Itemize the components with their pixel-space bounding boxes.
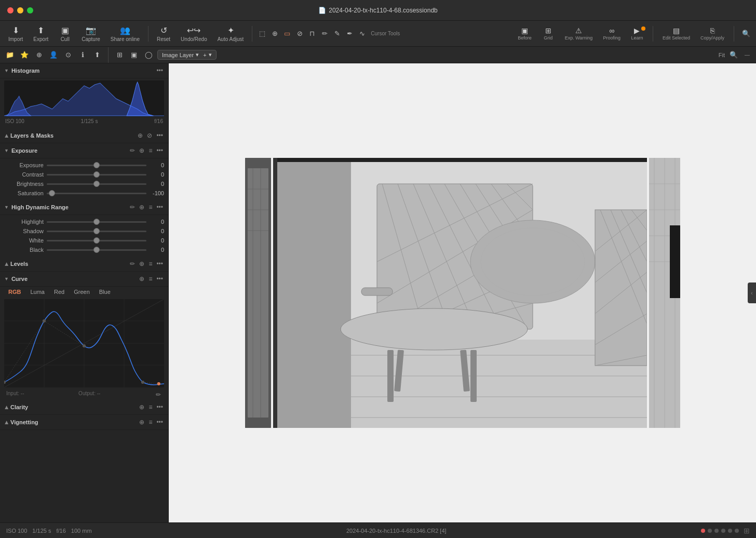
capture-button[interactable]: 📷 Capture bbox=[77, 23, 104, 44]
minimize-button[interactable] bbox=[17, 7, 23, 14]
saturation-slider[interactable] bbox=[47, 193, 146, 194]
right-panel-collapse[interactable]: ‹ bbox=[748, 283, 756, 303]
brightness-slider[interactable] bbox=[47, 183, 146, 185]
exposure-more[interactable]: ••• bbox=[155, 146, 164, 155]
vignetting-action-2[interactable]: ≡ bbox=[147, 418, 153, 426]
share-online-button[interactable]: 👥 Share online bbox=[106, 23, 144, 44]
levels-action-2[interactable]: ⊕ bbox=[138, 260, 145, 268]
highlight-slider[interactable] bbox=[47, 221, 146, 223]
curve-edit-icon[interactable]: ✏ bbox=[155, 391, 162, 399]
curve-tab-luma[interactable]: Luma bbox=[26, 288, 49, 296]
exposure-slider[interactable] bbox=[47, 165, 146, 166]
auto-adjust-button[interactable]: ✦ Auto Adjust bbox=[213, 23, 248, 44]
curve-tab-blue[interactable]: Blue bbox=[95, 288, 115, 296]
fit-zoom-icon[interactable]: 🔍 bbox=[728, 49, 739, 61]
grid-button[interactable]: ⊞ Grid bbox=[539, 25, 558, 42]
zoom-level[interactable]: — bbox=[743, 49, 752, 61]
clarity-more[interactable]: ••• bbox=[155, 403, 164, 411]
cursor-tool-5[interactable]: ⊓ bbox=[306, 28, 318, 39]
tag-icon[interactable]: ⊙ bbox=[62, 49, 74, 61]
cursor-tool-1[interactable]: ⬚ bbox=[256, 28, 268, 39]
cursor-tool-2[interactable]: ⊕ bbox=[269, 28, 280, 39]
black-value: 0 bbox=[150, 247, 164, 253]
curve-canvas[interactable] bbox=[4, 299, 164, 387]
clarity-action-1[interactable]: ⊕ bbox=[138, 403, 145, 411]
dropdown-more[interactable]: ▾ bbox=[209, 51, 212, 58]
contrast-label: Contrast bbox=[8, 171, 44, 178]
histogram-more[interactable]: ••• bbox=[155, 66, 164, 75]
cursor-tool-9[interactable]: ∿ bbox=[356, 28, 368, 39]
import-button[interactable]: ⬇ Import bbox=[4, 23, 27, 44]
brush-icon[interactable]: ⊕ bbox=[33, 49, 45, 61]
clarity-section-header[interactable]: ▶ Clarity ⊕ ≡ ••• bbox=[0, 400, 168, 415]
layers-action-2[interactable]: ⊘ bbox=[146, 131, 153, 140]
layers-action-1[interactable]: ⊕ bbox=[137, 131, 144, 140]
cursor-tool-8[interactable]: ✒ bbox=[344, 28, 355, 39]
exposure-action-pencil[interactable]: ✏ bbox=[129, 146, 136, 155]
hdr-section-header[interactable]: ▼ High Dynamic Range ✏ ⊕ ≡ ••• bbox=[0, 200, 168, 215]
grid-view-button[interactable]: ⊞ bbox=[114, 49, 125, 61]
svg-point-53 bbox=[470, 220, 595, 303]
before-button[interactable]: ▣ Before bbox=[515, 25, 535, 42]
shadow-slider[interactable] bbox=[47, 231, 146, 232]
edit-selected-button[interactable]: ▤ Edit Selected bbox=[659, 25, 693, 42]
curve-action-2[interactable]: ≡ bbox=[147, 275, 153, 283]
cursor-tool-6[interactable]: ✏ bbox=[319, 28, 330, 39]
learn-button[interactable]: ▶ Learn bbox=[628, 25, 646, 42]
curve-tab-green[interactable]: Green bbox=[70, 288, 94, 296]
histogram-shutter: 1/125 s bbox=[81, 118, 98, 124]
cull-button[interactable]: ▣ Cull bbox=[55, 23, 75, 44]
curve-actions: ⊕ ≡ ••• bbox=[138, 275, 164, 283]
hdr-action-pencil[interactable]: ✏ bbox=[129, 203, 136, 211]
cursor-tool-3[interactable]: ▭ bbox=[281, 28, 293, 39]
curve-tab-red[interactable]: Red bbox=[50, 288, 69, 296]
search-button[interactable]: 🔍 bbox=[740, 28, 752, 39]
exposure-action-3[interactable]: ≡ bbox=[147, 146, 153, 155]
filmstrip-view-button[interactable]: ▣ bbox=[128, 49, 140, 61]
contrast-slider[interactable] bbox=[47, 174, 146, 176]
copy-apply-button[interactable]: ⎘ Copy/Apply bbox=[697, 25, 727, 42]
curve-more[interactable]: ••• bbox=[155, 275, 164, 283]
exp-warning-button[interactable]: ⚠ Exp. Warning bbox=[562, 25, 596, 42]
vignetting-section-header[interactable]: ▶ Vignetting ⊕ ≡ ••• bbox=[0, 415, 168, 430]
plus-button[interactable]: + bbox=[203, 52, 206, 58]
cursor-tool-7[interactable]: ✎ bbox=[331, 28, 343, 39]
exposure-section-header[interactable]: ▼ Exposure ✏ ⊕ ≡ ••• bbox=[0, 143, 168, 158]
export-button[interactable]: ⬆ Export bbox=[29, 23, 52, 44]
info-icon[interactable]: ℹ bbox=[77, 49, 88, 61]
upload-icon[interactable]: ⬆ bbox=[91, 49, 103, 61]
layers-masks-section-header[interactable]: ▶ Layers & Masks ⊕ ⊘ ••• bbox=[0, 128, 168, 143]
curve-tab-rgb[interactable]: RGB bbox=[4, 288, 25, 296]
levels-more[interactable]: ••• bbox=[155, 260, 164, 268]
layer-dropdown[interactable]: Image Layer ▾ + ▾ bbox=[157, 50, 217, 60]
layers-more[interactable]: ••• bbox=[155, 131, 164, 140]
curve-section-header[interactable]: ▼ Curve ⊕ ≡ ••• bbox=[0, 272, 168, 287]
exposure-adjustments: Exposure 0 Contrast 0 Brightness 0 bbox=[0, 158, 168, 200]
star-icon[interactable]: ⭐ bbox=[19, 49, 30, 61]
undo-redo-button[interactable]: ↩↪ Undo/Redo bbox=[177, 23, 211, 44]
clarity-action-2[interactable]: ≡ bbox=[147, 403, 153, 411]
levels-action-pencil[interactable]: ✏ bbox=[129, 260, 136, 268]
white-slider[interactable] bbox=[47, 240, 146, 241]
cursor-tool-4[interactable]: ⊘ bbox=[294, 28, 305, 39]
status-grid-icon[interactable]: ⊞ bbox=[744, 527, 750, 535]
close-button[interactable] bbox=[7, 7, 14, 14]
svg-rect-76 bbox=[670, 225, 680, 298]
hdr-action-2[interactable]: ⊕ bbox=[138, 203, 145, 211]
vignetting-action-1[interactable]: ⊕ bbox=[138, 418, 145, 426]
hdr-more[interactable]: ••• bbox=[155, 203, 164, 211]
black-slider[interactable] bbox=[47, 249, 146, 251]
histogram-section-header[interactable]: ▼ Histogram ••• bbox=[0, 63, 168, 78]
levels-action-3[interactable]: ≡ bbox=[147, 260, 153, 268]
person-icon[interactable]: 👤 bbox=[48, 49, 59, 61]
levels-section-header[interactable]: ▶ Levels ✏ ⊕ ≡ ••• bbox=[0, 257, 168, 272]
vignetting-more[interactable]: ••• bbox=[155, 418, 164, 426]
exposure-action-2[interactable]: ⊕ bbox=[138, 146, 145, 155]
fullscreen-button[interactable] bbox=[27, 7, 33, 14]
proofing-button[interactable]: ∞ Proofing bbox=[600, 25, 624, 42]
hdr-action-3[interactable]: ≡ bbox=[147, 203, 153, 211]
single-view-button[interactable]: ◯ bbox=[143, 49, 154, 61]
curve-action-1[interactable]: ⊕ bbox=[138, 275, 145, 283]
reset-button[interactable]: ↺ Reset bbox=[153, 23, 174, 44]
folder-icon[interactable]: 📁 bbox=[4, 49, 16, 61]
